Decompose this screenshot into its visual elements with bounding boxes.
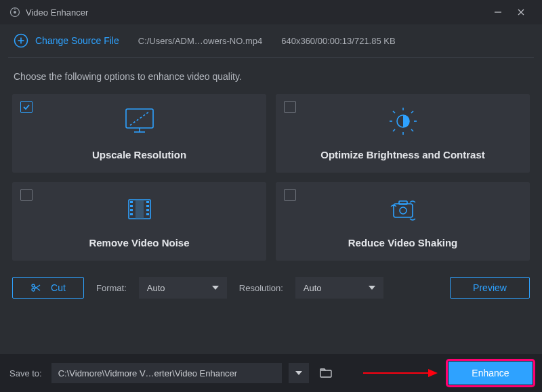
plus-circle-icon (14, 33, 28, 48)
save-to-label: Save to: (9, 368, 42, 378)
svg-rect-28 (146, 201, 149, 203)
resolution-select[interactable]: Auto (295, 277, 383, 299)
open-folder-button[interactable] (316, 363, 336, 383)
svg-line-10 (130, 112, 149, 125)
save-path-dropdown[interactable] (289, 363, 309, 383)
format-label: Format: (96, 283, 127, 293)
film-noise-icon (12, 194, 266, 224)
svg-point-34 (400, 207, 406, 214)
svg-marker-39 (212, 286, 219, 290)
source-path: C:/Users/ADM…owers-NO.mp4 (138, 36, 262, 46)
chevron-down-icon (212, 286, 219, 290)
svg-rect-24 (130, 201, 133, 203)
enhance-button[interactable]: Enhance (449, 362, 533, 385)
svg-line-19 (411, 129, 413, 131)
minimize-button[interactable] (486, 0, 509, 24)
instruction-text: Choose the following options to enhance … (0, 58, 542, 94)
save-path-text: C:\Vidmore\Vidmore V…erter\Video Enhance… (58, 368, 237, 378)
svg-marker-44 (428, 369, 438, 377)
folder-icon (320, 368, 332, 378)
svg-rect-23 (136, 200, 144, 219)
format-value: Auto (147, 283, 165, 293)
svg-rect-42 (320, 370, 331, 377)
monitor-icon (12, 106, 266, 136)
svg-rect-33 (399, 201, 407, 204)
enhance-label: Enhance (472, 368, 509, 378)
save-path-field[interactable]: C:\Vidmore\Vidmore V…erter\Video Enhance… (51, 363, 282, 383)
close-button[interactable] (509, 0, 533, 24)
change-source-label: Change Source File (35, 35, 119, 46)
resolution-value: Auto (304, 283, 322, 293)
svg-rect-25 (130, 205, 133, 207)
change-source-button[interactable]: Change Source File (14, 33, 119, 48)
source-meta: 640x360/00:00:13/721.85 KB (281, 36, 395, 46)
titlebar: Video Enhancer (0, 0, 542, 24)
format-select[interactable]: Auto (139, 277, 227, 299)
svg-rect-31 (146, 213, 149, 215)
svg-marker-40 (369, 286, 375, 290)
cut-button[interactable]: Cut (12, 277, 84, 299)
svg-rect-32 (394, 204, 413, 217)
svg-rect-30 (146, 209, 149, 211)
controls-row: Cut Format: Auto Resolution: Auto Previe… (0, 261, 542, 299)
option-upscale-resolution[interactable]: Upscale Resolution (12, 94, 266, 173)
svg-point-1 (14, 11, 16, 14)
window-title: Video Enhancer (26, 7, 88, 18)
option-optimize-brightness[interactable]: Optimize Brightness and Contrast (276, 94, 530, 173)
svg-line-20 (393, 129, 395, 131)
svg-rect-26 (130, 209, 133, 211)
option-label: Upscale Resolution (92, 149, 186, 160)
source-row: Change Source File C:/Users/ADM…owers-NO… (0, 24, 542, 57)
chevron-down-icon (369, 286, 375, 290)
footer: Save to: C:\Vidmore\Vidmore V…erter\Vide… (0, 354, 542, 392)
resolution-label: Resolution: (239, 283, 283, 293)
svg-marker-41 (295, 371, 302, 375)
svg-line-21 (411, 111, 413, 113)
preview-button[interactable]: Preview (450, 277, 530, 299)
app-logo-icon (9, 7, 20, 18)
brightness-icon (276, 106, 530, 136)
svg-line-18 (393, 111, 395, 113)
camera-shake-icon (276, 194, 530, 224)
preview-label: Preview (473, 282, 507, 293)
cut-label: Cut (51, 282, 66, 293)
option-label: Optimize Brightness and Contrast (320, 149, 485, 160)
scissors-icon (30, 282, 41, 293)
options-grid: Upscale Resolution Optimize Brightness a… (0, 94, 542, 261)
option-label: Reduce Video Shaking (348, 237, 457, 248)
option-label: Remove Video Noise (89, 237, 189, 248)
option-reduce-shaking[interactable]: Reduce Video Shaking (276, 182, 530, 261)
annotation-arrow (343, 368, 442, 378)
svg-rect-27 (130, 213, 133, 215)
svg-rect-29 (146, 205, 149, 207)
option-remove-noise[interactable]: Remove Video Noise (12, 182, 266, 261)
svg-point-2 (14, 8, 16, 9)
